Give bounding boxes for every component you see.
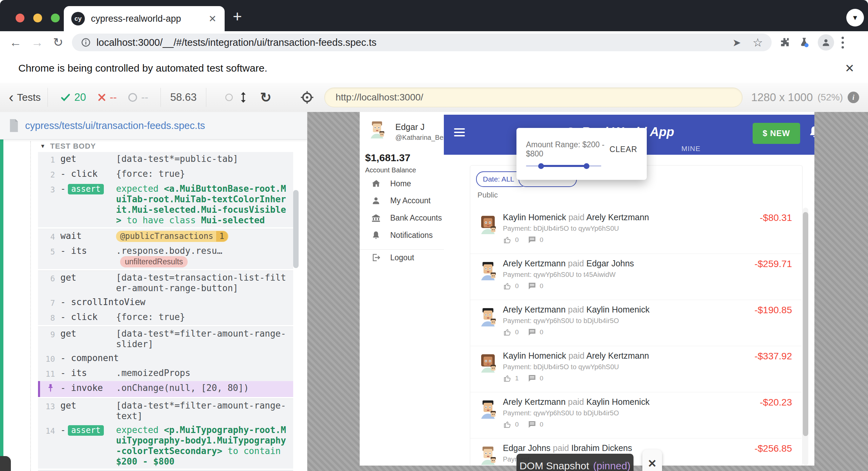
passed-count[interactable]: 20	[60, 91, 86, 103]
command-method: - its	[60, 368, 111, 379]
sidebar-item-notifications[interactable]: Notifications	[360, 227, 444, 244]
command-message: .response.body.resu…unfilteredResults	[116, 246, 290, 267]
comment-count: 0	[540, 236, 544, 244]
like-icon[interactable]	[503, 236, 512, 244]
back-to-tests-button[interactable]: ‹ Tests	[9, 92, 41, 103]
new-tab-button[interactable]: +	[233, 10, 242, 23]
sidebar-item-bank-accounts[interactable]: Bank Accounts	[360, 209, 444, 226]
comment-icon[interactable]	[528, 420, 536, 429]
clear-filter-button[interactable]: CLEAR	[609, 145, 637, 154]
payee-name: Edgar Johns	[586, 259, 634, 268]
amount-range-slider[interactable]	[526, 163, 601, 169]
site-info-icon[interactable]	[81, 37, 91, 48]
comment-icon[interactable]	[528, 374, 536, 383]
command-row[interactable]: 10 - component	[38, 351, 293, 366]
transaction-amount: -$337.92	[754, 351, 792, 362]
failed-count[interactable]: --	[97, 91, 117, 103]
command-row[interactable]: 3 -assertexpected <a.MuiButtonBase-root.…	[38, 182, 293, 227]
hamburger-menu-icon[interactable]	[454, 126, 465, 138]
command-message: expected <a.MuiButtonBase-root.MuiTab-ro…	[116, 184, 290, 226]
transaction-avatar	[478, 354, 497, 373]
browser-tab[interactable]: cy cypress-realworld-app ✕	[64, 6, 225, 31]
command-row[interactable]: 7 - scrollIntoView	[38, 295, 293, 310]
slider-thumb-max[interactable]	[584, 163, 589, 169]
command-row[interactable]: 9get[data-test*=filter-amount-range-slid…	[38, 326, 293, 351]
info-icon[interactable]: i	[848, 92, 859, 103]
command-number: 13	[38, 400, 55, 421]
payment-detail: Payment: qywYp6hS0U to bDjUb4ir5O	[503, 409, 619, 417]
window-caret-button[interactable]: ▼	[846, 9, 864, 26]
transaction-item[interactable]: Kaylin Homenick paid Arely Kertzmann Pay…	[470, 208, 801, 254]
flask-extension-icon[interactable]	[798, 36, 810, 49]
like-icon[interactable]	[503, 374, 512, 383]
list-scrollbar[interactable]	[803, 212, 808, 436]
aut-url-bar[interactable]: http://localhost:3000/	[324, 88, 742, 107]
transaction-item[interactable]: Kaylin Homenick paid Arely Kertzmann Pay…	[470, 346, 801, 392]
like-count: 0	[515, 421, 519, 428]
back-icon[interactable]: ←	[10, 35, 22, 50]
bell-icon	[808, 125, 814, 140]
notifications-bell[interactable]: 8	[808, 125, 814, 149]
like-icon[interactable]	[503, 282, 512, 290]
tab-mine[interactable]: MINE	[681, 145, 701, 153]
x-icon	[97, 93, 107, 102]
close-window-button[interactable]	[16, 14, 24, 22]
transaction-item[interactable]: Arely Kertzmann paid Kaylin Homenick Pay…	[470, 300, 801, 346]
slider-thumb-min[interactable]	[538, 163, 544, 169]
browser-menu-icon[interactable]	[842, 37, 844, 49]
command-method: - its	[60, 246, 111, 267]
transaction-item[interactable]: Arely Kertzmann paid Edgar Johns Payment…	[470, 254, 801, 300]
command-row[interactable]: 1get[data-test*=public-tab]	[38, 152, 293, 167]
command-row[interactable]: 11 - its.memoizedProps	[38, 366, 293, 381]
transaction-title: Kaylin Homenick paid Arely Kertzmann	[503, 212, 649, 222]
transaction-title: Arely Kertzmann paid Kaylin Homenick	[503, 397, 649, 407]
send-icon[interactable]: ➤	[733, 37, 741, 49]
address-bar[interactable]: localhost:3000/__/#/tests/integration/ui…	[72, 34, 772, 51]
comment-icon[interactable]	[528, 236, 536, 244]
payment-detail: Payment: qywYp6hS0U to bDjUb4ir5O	[503, 317, 619, 325]
circle-icon	[128, 92, 138, 102]
transaction-item[interactable]: Arely Kertzmann paid Kaylin Homenick Pay…	[470, 392, 801, 438]
new-transaction-button[interactable]: $ NEW	[753, 123, 800, 144]
auto-scrolling-toggle[interactable]	[225, 92, 248, 103]
banner-close-icon[interactable]: ✕	[845, 61, 855, 75]
browser-profile-avatar[interactable]	[818, 34, 834, 51]
rerun-tests-icon[interactable]: ↻	[260, 90, 271, 105]
extensions-puzzle-icon[interactable]	[779, 37, 791, 48]
like-icon[interactable]	[503, 328, 512, 337]
minimize-window-button[interactable]	[33, 14, 42, 22]
command-row[interactable]: 13get[data-test*=filter-amount-range-tex…	[38, 398, 293, 423]
command-row[interactable]: 2 - click{force: true}	[38, 167, 293, 182]
bookmark-star-icon[interactable]: ☆	[753, 36, 763, 49]
unpin-snapshot-button[interactable]: ✕	[642, 450, 662, 471]
command-row[interactable]: 4wait@publicTransactions1	[38, 229, 293, 244]
command-row[interactable]: - invoke.onChange(null, [20, 80])	[38, 381, 293, 397]
command-method: - component	[60, 353, 119, 364]
tab-close-icon[interactable]: ✕	[209, 13, 216, 24]
sidebar-item-home[interactable]: Home	[360, 175, 444, 192]
divider	[206, 88, 206, 107]
test-body-header[interactable]: ▼ TEST BODY	[40, 142, 96, 151]
transaction-social: 0 0	[503, 282, 549, 290]
reporter-scrollbar[interactable]	[293, 190, 299, 268]
command-row[interactable]: 6get[data-test=transaction-list-filter-a…	[38, 270, 293, 295]
selector-playground-icon[interactable]	[300, 90, 314, 105]
sidebar-item-logout[interactable]: Logout	[360, 249, 444, 266]
person-icon	[371, 196, 381, 205]
comment-icon[interactable]	[528, 282, 536, 290]
command-row[interactable]: 8 - click{force: true}	[38, 310, 293, 325]
like-icon[interactable]	[503, 420, 512, 429]
url-text[interactable]: localhost:3000/__/#/tests/integration/ui…	[96, 37, 732, 48]
payer-name: Arely Kertzmann	[503, 397, 566, 407]
forward-icon[interactable]: →	[31, 35, 43, 50]
payee-name: Kaylin Homenick	[586, 397, 649, 407]
command-row[interactable]: 5 - its.response.body.resu…unfilteredRes…	[38, 244, 293, 269]
comment-icon[interactable]	[528, 328, 536, 337]
spec-path-link[interactable]: cypress/tests/ui/transaction-feeds.spec.…	[25, 120, 205, 131]
command-row[interactable]: 14 -assertexpected <p.MuiTypography-root…	[38, 423, 293, 469]
command-method: get	[60, 272, 111, 294]
sidebar-item-my-account[interactable]: My Account	[360, 192, 444, 209]
maximize-window-button[interactable]	[51, 14, 60, 22]
pending-count[interactable]: --	[128, 91, 148, 103]
reload-icon[interactable]: ↻	[53, 35, 63, 50]
